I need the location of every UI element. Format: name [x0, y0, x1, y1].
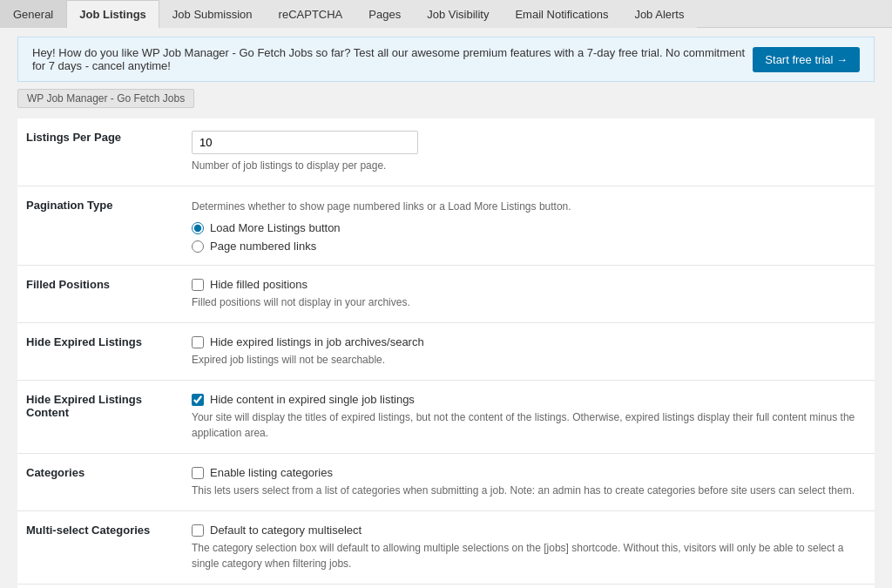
setting-field-listings-per-page: Number of job listings to display per pa… — [192, 118, 875, 186]
table-row: Pagination Type Determines whether to sh… — [17, 186, 875, 266]
table-row: Categories Enable listing categories Thi… — [17, 454, 875, 511]
checkbox-default-multiselect[interactable] — [192, 524, 204, 537]
radio-page-numbered[interactable] — [192, 240, 204, 253]
hide-expired-content-description: Your site will display the titles of exp… — [192, 409, 866, 441]
radio-item-page-numbered[interactable]: Page numbered links — [192, 240, 866, 253]
checkbox-enable-categories-label: Enable listing categories — [210, 466, 333, 479]
checkbox-hide-filled[interactable] — [192, 279, 204, 291]
setting-label-hide-expired: Hide Expired Listings — [17, 323, 192, 381]
checkbox-hide-filled-label: Hide filled positions — [210, 278, 307, 291]
setting-label-pagination-type: Pagination Type — [17, 186, 192, 266]
filled-positions-checkbox-group: Hide filled positions — [192, 278, 866, 291]
promo-banner: Hey! How do you like WP Job Manager - Go… — [17, 37, 875, 82]
radio-item-load-more[interactable]: Load More Listings button — [192, 221, 866, 234]
listings-per-page-input[interactable] — [192, 131, 418, 154]
checkbox-item-default-multiselect[interactable]: Default to category multiselect — [192, 524, 866, 537]
checkbox-item-hide-filled[interactable]: Hide filled positions — [192, 278, 866, 291]
hide-expired-description: Expired job listings will not be searcha… — [192, 352, 866, 368]
tab-recaptcha[interactable]: reCAPTCHA — [266, 0, 356, 28]
checkbox-enable-categories[interactable] — [192, 467, 204, 479]
checkbox-item-hide-expired[interactable]: Hide expired listings in job archives/se… — [192, 335, 866, 348]
setting-field-categories: Enable listing categories This lets user… — [192, 454, 875, 511]
setting-field-hide-expired: Hide expired listings in job archives/se… — [192, 323, 875, 381]
hide-expired-content-checkbox-group: Hide content in expired single job listi… — [192, 393, 866, 406]
checkbox-hide-content-label: Hide content in expired single job listi… — [210, 393, 415, 406]
tab-job-visibility[interactable]: Job Visibility — [414, 0, 502, 28]
settings-table: Listings Per Page Number of job listings… — [17, 118, 875, 588]
tab-general[interactable]: General — [0, 0, 66, 28]
setting-label-filled-positions: Filled Positions — [17, 266, 192, 323]
categories-description: This lets users select from a list of ca… — [192, 483, 866, 498]
setting-label-categories: Categories — [17, 454, 192, 511]
categories-checkbox-group: Enable listing categories — [192, 466, 866, 479]
table-row: Filled Positions Hide filled positions F… — [17, 266, 875, 323]
tab-job-listings[interactable]: Job Listings — [66, 0, 159, 28]
checkbox-item-hide-content[interactable]: Hide content in expired single job listi… — [192, 393, 866, 406]
table-row: Hide Expired Listings Hide expired listi… — [17, 323, 875, 381]
setting-field-filled-positions: Hide filled positions Filled positions w… — [192, 266, 875, 323]
setting-field-pagination-type: Determines whether to show page numbered… — [192, 186, 875, 266]
checkbox-item-enable-categories[interactable]: Enable listing categories — [192, 466, 866, 479]
radio-load-more-label: Load More Listings button — [210, 221, 341, 234]
checkbox-hide-content[interactable] — [192, 394, 204, 406]
pagination-type-description: Determines whether to show page numbered… — [192, 199, 866, 214]
filled-positions-description: Filled positions will not display in you… — [192, 294, 866, 310]
radio-page-numbered-label: Page numbered links — [210, 240, 316, 253]
setting-field-category-filter: Determines the logic used to display job… — [192, 585, 875, 589]
table-row: Hide Expired Listings Content Hide conte… — [17, 381, 875, 454]
table-row: Category Filter Type Determines the logi… — [17, 585, 875, 589]
checkbox-hide-expired[interactable] — [192, 336, 204, 348]
radio-load-more[interactable] — [192, 222, 204, 234]
promo-text: Hey! How do you like WP Job Manager - Go… — [32, 46, 753, 72]
setting-label-multi-select: Multi-select Categories — [17, 511, 192, 585]
tab-job-alerts[interactable]: Job Alerts — [621, 0, 697, 28]
setting-label-listings-per-page: Listings Per Page — [17, 118, 192, 186]
table-row: Listings Per Page Number of job listings… — [17, 118, 875, 186]
table-row: Multi-select Categories Default to categ… — [17, 511, 875, 585]
setting-label-hide-expired-content: Hide Expired Listings Content — [17, 381, 192, 454]
tab-pages[interactable]: Pages — [355, 0, 414, 28]
multi-select-description: The category selection box will default … — [192, 540, 866, 571]
plugin-tag-label: WP Job Manager - Go Fetch Jobs — [17, 89, 194, 108]
setting-field-multi-select: Default to category multiselect The cate… — [192, 511, 875, 585]
multi-select-checkbox-group: Default to category multiselect — [192, 524, 866, 537]
listings-per-page-description: Number of job listings to display per pa… — [192, 158, 866, 173]
tab-email-notifications[interactable]: Email Notifications — [502, 0, 621, 28]
hide-expired-checkbox-group: Hide expired listings in job archives/se… — [192, 335, 866, 348]
tab-job-submission[interactable]: Job Submission — [159, 0, 266, 28]
pagination-type-radio-group: Load More Listings button Page numbered … — [192, 221, 866, 253]
start-trial-button[interactable]: Start free trial → — [753, 47, 860, 72]
checkbox-default-multiselect-label: Default to category multiselect — [210, 524, 362, 537]
tabs-bar: General Job Listings Job Submission reCA… — [0, 0, 892, 28]
setting-field-hide-expired-content: Hide content in expired single job listi… — [192, 381, 875, 454]
setting-label-category-filter: Category Filter Type — [17, 585, 192, 589]
checkbox-hide-expired-label: Hide expired listings in job archives/se… — [210, 335, 424, 348]
